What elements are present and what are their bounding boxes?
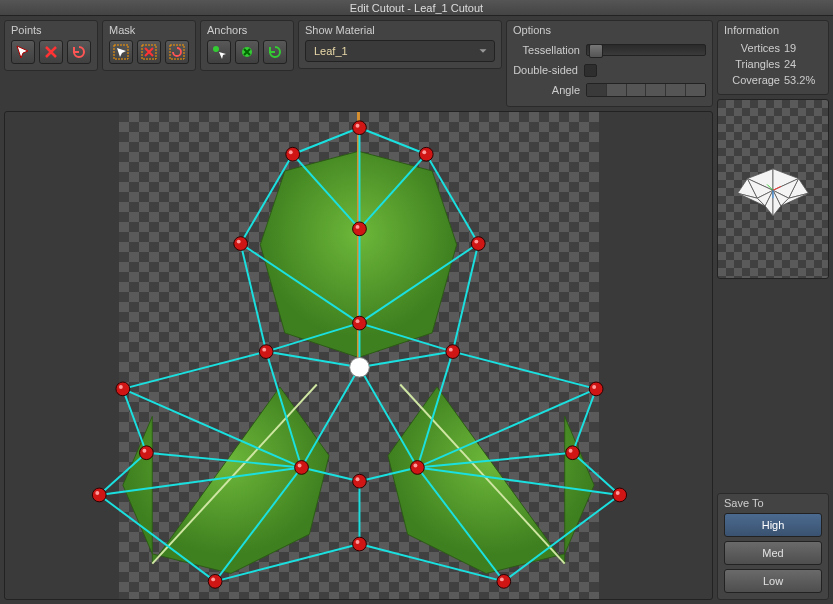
- svg-point-77: [295, 461, 309, 475]
- anchors-panel-title: Anchors: [207, 24, 287, 36]
- mesh-overlay: [5, 112, 712, 600]
- svg-line-20: [453, 244, 479, 352]
- saveto-panel-title: Save To: [724, 497, 822, 509]
- doublesided-label: Double-sided: [513, 64, 578, 76]
- mask-x-icon: [141, 44, 157, 60]
- x-icon: [43, 44, 59, 60]
- svg-point-3: [213, 46, 219, 52]
- svg-point-58: [237, 240, 241, 244]
- saveto-panel: Save To High Med Low: [717, 493, 829, 600]
- svg-line-23: [123, 352, 266, 389]
- anchors-reset-button[interactable]: [263, 40, 287, 64]
- save-med-button[interactable]: Med: [724, 541, 822, 565]
- points-panel: Points: [4, 20, 98, 71]
- svg-point-70: [119, 385, 123, 389]
- anchor-x-icon: [239, 44, 255, 60]
- svg-point-63: [353, 316, 367, 330]
- svg-point-80: [413, 464, 417, 468]
- svg-line-45: [266, 352, 359, 368]
- svg-point-59: [471, 237, 485, 251]
- mask-reset-button[interactable]: [165, 40, 189, 64]
- material-dropdown[interactable]: Leaf_1: [305, 40, 495, 62]
- points-select-button[interactable]: [11, 40, 35, 64]
- points-delete-button[interactable]: [39, 40, 63, 64]
- svg-point-57: [234, 237, 248, 251]
- anchors-panel: Anchors: [200, 20, 294, 71]
- svg-point-85: [613, 488, 627, 502]
- svg-point-71: [589, 382, 603, 396]
- svg-point-62: [356, 225, 360, 229]
- svg-point-68: [449, 348, 453, 352]
- anchors-delete-button[interactable]: [235, 40, 259, 64]
- anchors-select-button[interactable]: [207, 40, 231, 64]
- svg-line-46: [359, 352, 452, 368]
- angle-label: Angle: [552, 84, 580, 96]
- svg-point-91: [353, 537, 367, 551]
- svg-line-48: [359, 367, 417, 467]
- save-low-button[interactable]: Low: [724, 569, 822, 593]
- svg-point-61: [353, 222, 367, 236]
- anchor-reset-icon: [267, 44, 283, 60]
- svg-point-88: [211, 577, 215, 581]
- svg-point-89: [497, 574, 511, 588]
- svg-point-69: [116, 382, 130, 396]
- anchor-cursor-icon: [211, 44, 227, 60]
- chevron-down-icon: [476, 44, 490, 58]
- svg-point-67: [446, 345, 460, 359]
- reset-icon: [71, 44, 87, 60]
- information-panel-title: Information: [724, 24, 822, 36]
- mask-cursor-icon: [113, 44, 129, 60]
- mask-panel-title: Mask: [109, 24, 189, 36]
- vertices-label: Vertices: [724, 42, 780, 54]
- triangles-value: 24: [780, 58, 822, 70]
- svg-point-90: [500, 577, 504, 581]
- window-title: Edit Cutout - Leaf_1 Cutout: [0, 0, 833, 16]
- doublesided-checkbox[interactable]: [584, 64, 597, 77]
- svg-point-60: [474, 240, 478, 244]
- material-panel-title: Show Material: [305, 24, 495, 36]
- svg-point-78: [298, 464, 302, 468]
- svg-point-76: [569, 449, 573, 453]
- coverage-label: Coverage: [724, 74, 780, 86]
- information-panel: Information Vertices19 Triangles24 Cover…: [717, 20, 829, 95]
- save-high-button[interactable]: High: [724, 513, 822, 537]
- svg-line-24: [453, 352, 596, 389]
- svg-point-92: [356, 540, 360, 544]
- tessellation-label: Tessellation: [523, 44, 580, 56]
- svg-point-83: [92, 488, 106, 502]
- svg-point-52: [356, 124, 360, 128]
- mesh-preview[interactable]: [717, 99, 829, 279]
- svg-point-86: [616, 491, 620, 495]
- tessellation-slider[interactable]: [586, 44, 706, 56]
- triangles-label: Triangles: [724, 58, 780, 70]
- svg-point-87: [208, 574, 222, 588]
- svg-point-51: [353, 121, 367, 135]
- svg-point-84: [95, 491, 99, 495]
- viewport[interactable]: [4, 111, 713, 600]
- mask-delete-button[interactable]: [137, 40, 161, 64]
- svg-line-10: [359, 128, 426, 155]
- mask-reset-icon: [169, 44, 185, 60]
- svg-point-54: [289, 150, 293, 154]
- svg-point-72: [592, 385, 596, 389]
- cursor-icon: [15, 44, 31, 60]
- svg-line-47: [302, 367, 360, 467]
- svg-point-55: [419, 147, 433, 161]
- svg-point-75: [566, 446, 580, 460]
- points-panel-title: Points: [11, 24, 91, 36]
- svg-point-79: [411, 461, 425, 475]
- angle-segments[interactable]: [586, 83, 706, 97]
- coverage-value: 53.2%: [780, 74, 822, 86]
- mask-panel: Mask: [102, 20, 196, 71]
- vertices-value: 19: [780, 42, 822, 54]
- material-panel: Show Material Leaf_1: [298, 20, 502, 69]
- points-reset-button[interactable]: [67, 40, 91, 64]
- svg-point-73: [140, 446, 154, 460]
- svg-point-65: [259, 345, 273, 359]
- preview-mesh-icon: [718, 100, 828, 277]
- mask-select-button[interactable]: [109, 40, 133, 64]
- options-panel-title: Options: [513, 24, 706, 36]
- svg-point-56: [422, 150, 426, 154]
- svg-point-82: [356, 477, 360, 481]
- material-selected: Leaf_1: [314, 45, 348, 57]
